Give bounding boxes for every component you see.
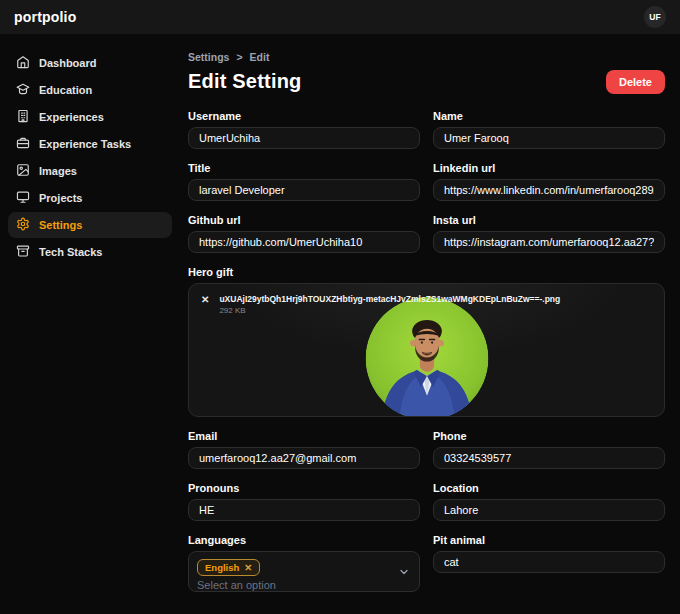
email-input[interactable] (188, 447, 420, 469)
user-avatar[interactable]: UF (644, 6, 666, 28)
hero-gift-upload-card[interactable]: ✕ uXUAjI29ytbQh1Hrj9hTOUXZHbtiyg-metacHJ… (188, 283, 665, 417)
phone-field-group: Phone (433, 430, 665, 469)
sidebar-item-experiences[interactable]: Experiences (8, 104, 172, 130)
pronouns-input[interactable] (188, 499, 420, 521)
breadcrumb-edit: Edit (250, 51, 270, 63)
title-field-group: Title (188, 162, 420, 201)
username-field-group: Username (188, 110, 420, 149)
languages-multiselect[interactable]: English ✕ Select an option (188, 551, 420, 592)
sidebar-item-education[interactable]: Education (8, 77, 172, 103)
sidebar-item-label: Tech Stacks (39, 246, 102, 258)
sidebar-item-label: Experiences (39, 111, 104, 123)
location-input[interactable] (433, 499, 665, 521)
languages-label: Languages (188, 534, 420, 546)
main-content: Settings > Edit Edit Setting Delete User… (180, 34, 680, 614)
linkedin-label: Linkedin url (433, 162, 665, 174)
breadcrumb-separator: > (236, 51, 242, 63)
github-label: Github url (188, 214, 420, 226)
remove-file-icon[interactable]: ✕ (201, 295, 209, 305)
hero-image-preview (365, 297, 488, 417)
sidebar-item-images[interactable]: Images (8, 158, 172, 184)
delete-button[interactable]: Delete (606, 70, 665, 94)
breadcrumb-settings[interactable]: Settings (188, 51, 229, 63)
archive-icon (16, 244, 30, 260)
pit-animal-label: Pit animal (433, 534, 665, 546)
name-label: Name (433, 110, 665, 122)
pronouns-label: Pronouns (188, 482, 420, 494)
location-field-group: Location (433, 482, 665, 521)
sidebar-item-label: Experience Tasks (39, 138, 131, 150)
sidebar-item-experience-tasks[interactable]: Experience Tasks (8, 131, 172, 157)
sidebar-item-label: Images (39, 165, 77, 177)
insta-url-input[interactable] (433, 231, 665, 253)
phone-label: Phone (433, 430, 665, 442)
sidebar-item-label: Dashboard (39, 57, 96, 69)
languages-field-group: Languages English ✕ Select an option (188, 534, 420, 592)
insta-field-group: Insta url (433, 214, 665, 253)
sidebar-item-dashboard[interactable]: Dashboard (8, 50, 172, 76)
monitor-icon (16, 190, 30, 206)
page-title: Edit Setting (188, 70, 302, 93)
file-name: uXUAjI29ytbQh1Hrj9hTOUXZHbtiyg-metacHJvZ… (219, 294, 560, 304)
sidebar: Dashboard Education Experiences Experien… (0, 34, 180, 614)
breadcrumb: Settings > Edit (188, 51, 665, 63)
sidebar-item-projects[interactable]: Projects (8, 185, 172, 211)
phone-input[interactable] (433, 447, 665, 469)
building-icon (16, 109, 30, 125)
email-field-group: Email (188, 430, 420, 469)
pit-animal-input[interactable] (433, 551, 665, 573)
title-input[interactable] (188, 179, 420, 201)
linkedin-url-input[interactable] (433, 179, 665, 201)
sidebar-item-label: Education (39, 84, 92, 96)
image-icon (16, 163, 30, 179)
remove-tag-icon[interactable]: ✕ (244, 562, 252, 573)
title-label: Title (188, 162, 420, 174)
sidebar-item-settings[interactable]: Settings (8, 212, 172, 238)
app-logo: portpolio (14, 9, 76, 25)
topbar: portpolio UF (0, 0, 680, 34)
name-input[interactable] (433, 127, 665, 149)
language-tag-label: English (205, 562, 239, 573)
insta-label: Insta url (433, 214, 665, 226)
gear-icon (16, 217, 30, 233)
sidebar-item-label: Projects (39, 192, 82, 204)
hero-gift-label: Hero gift (188, 266, 665, 278)
graduation-cap-icon (16, 82, 30, 98)
github-url-input[interactable] (188, 231, 420, 253)
username-label: Username (188, 110, 420, 122)
hero-gift-field-group: Hero gift ✕ uXUAjI29ytbQh1Hrj9hTOUXZHbti… (188, 266, 665, 417)
file-size: 292 KB (219, 306, 560, 315)
sidebar-item-tech-stacks[interactable]: Tech Stacks (8, 239, 172, 265)
language-tag-english: English ✕ (197, 559, 260, 576)
location-label: Location (433, 482, 665, 494)
languages-placeholder: Select an option (197, 579, 393, 591)
username-input[interactable] (188, 127, 420, 149)
linkedin-field-group: Linkedin url (433, 162, 665, 201)
email-label: Email (188, 430, 420, 442)
sidebar-item-label: Settings (39, 219, 82, 231)
home-icon (16, 55, 30, 71)
name-field-group: Name (433, 110, 665, 149)
github-field-group: Github url (188, 214, 420, 253)
briefcase-icon (16, 136, 30, 152)
pronouns-field-group: Pronouns (188, 482, 420, 521)
pit-animal-field-group: Pit animal (433, 534, 665, 592)
chevron-down-icon (398, 566, 410, 578)
